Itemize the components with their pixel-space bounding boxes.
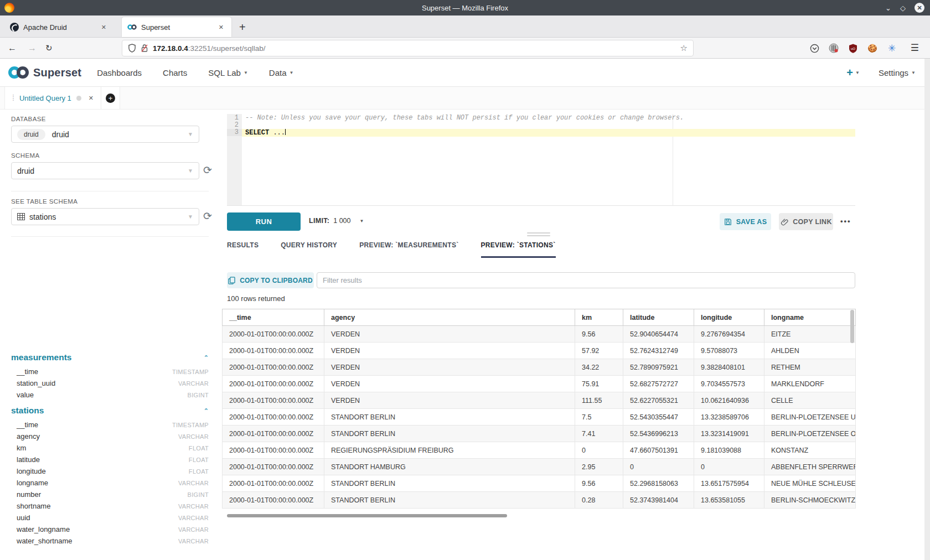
table-cell: 9.2767694354 bbox=[694, 326, 764, 343]
table-cell: VERDEN bbox=[324, 392, 575, 409]
brand-title: Superset bbox=[33, 66, 81, 79]
refresh-schema-icon[interactable]: ⟳ bbox=[203, 164, 212, 177]
column-header[interactable]: latitude bbox=[623, 309, 694, 326]
table-row[interactable]: 2000-01-01T00:00:00.000ZSTANDORT BERLIN0… bbox=[223, 492, 856, 509]
superset-favicon bbox=[127, 24, 137, 30]
insecure-lock-icon[interactable] bbox=[141, 44, 148, 53]
editor-toolbar: RUN LIMIT: 1 000 ▼ SAVE AS COPY LINK ••• bbox=[221, 210, 855, 232]
table-row[interactable]: 2000-01-01T00:00:00.000ZVERDEN34.2252.78… bbox=[223, 359, 856, 376]
window-maximize-icon[interactable]: ◇ bbox=[900, 4, 906, 12]
table-cell: AHLDEN bbox=[764, 343, 856, 359]
collapse-chevron-icon[interactable]: ⌃ bbox=[204, 354, 209, 361]
shield-icon[interactable] bbox=[128, 44, 136, 53]
refresh-table-icon[interactable]: ⟳ bbox=[203, 210, 212, 222]
chevron-down-icon: ▼ bbox=[360, 219, 364, 224]
save-as-button[interactable]: SAVE AS bbox=[720, 213, 771, 230]
cookie-extension-icon[interactable]: 🍪 bbox=[867, 43, 877, 53]
database-select[interactable]: druid druid ▼ bbox=[11, 126, 199, 143]
schema-select[interactable]: druid ▼ bbox=[11, 162, 199, 179]
table-row[interactable]: 2000-01-01T00:00:00.000ZSTANDORT BERLIN7… bbox=[223, 426, 856, 442]
new-tab-icon[interactable]: + bbox=[239, 21, 246, 34]
results-tab-preview-measurements[interactable]: PREVIEW: `MEASUREMENTS` bbox=[359, 241, 458, 258]
results-tab-results[interactable]: RESULTS bbox=[227, 241, 259, 258]
results-tab-preview-stations[interactable]: PREVIEW: `STATIONS` bbox=[481, 241, 556, 258]
more-options-icon[interactable]: ••• bbox=[840, 217, 851, 225]
table-cell: ABBENFLETH SPERRWERK bbox=[764, 459, 856, 475]
table-row[interactable]: 2000-01-01T00:00:00.000ZSTANDORT HAMBURG… bbox=[223, 459, 856, 475]
run-button[interactable]: RUN bbox=[227, 212, 301, 231]
column-type: FLOAT bbox=[189, 457, 209, 463]
schema-table-header[interactable]: measurements⌃ bbox=[0, 348, 220, 366]
window-minimize-icon[interactable]: ⌄ bbox=[885, 4, 891, 12]
column-header[interactable]: agency bbox=[324, 309, 575, 326]
table-cell: 0 bbox=[623, 459, 694, 475]
column-type: VARCHAR bbox=[178, 515, 209, 521]
ublock-extension-icon[interactable]: uO bbox=[848, 43, 858, 53]
schema-table-header[interactable]: stations⌃ bbox=[0, 401, 220, 419]
table-cell: 52.5436996213 bbox=[623, 426, 694, 442]
browser-tab-superset[interactable]: Superset ✕ bbox=[122, 17, 231, 37]
window-close-icon[interactable]: ✕ bbox=[914, 3, 924, 13]
table-cell: 52.2968158063 bbox=[623, 475, 694, 492]
table-cell: 57.92 bbox=[575, 343, 623, 359]
browser-tab-apache-druid[interactable]: Apache Druid ✕ bbox=[4, 17, 114, 37]
menu-icon[interactable]: ☰ bbox=[911, 42, 919, 54]
table-horizontal-scrollbar[interactable] bbox=[227, 514, 507, 517]
limit-value: 1 000 bbox=[333, 217, 350, 225]
copy-link-button[interactable]: COPY LINK bbox=[779, 213, 833, 230]
reload-icon[interactable]: ↻ bbox=[45, 43, 53, 53]
column-type: TIMESTAMP bbox=[172, 422, 209, 428]
table-row[interactable]: 2000-01-01T00:00:00.000ZREGIERUNGSPRÄSID… bbox=[223, 442, 856, 459]
tab-close-icon[interactable]: ✕ bbox=[99, 23, 108, 32]
table-schema-label: SEE TABLE SCHEMA bbox=[11, 198, 78, 205]
new-object-button[interactable]: +▼ bbox=[846, 66, 860, 79]
table-cell: 52.6227055321 bbox=[623, 392, 694, 409]
column-header[interactable]: longitude bbox=[694, 309, 764, 326]
sql-editor[interactable]: 1-- Note: Unless you save your query, th… bbox=[227, 114, 855, 206]
copy-to-clipboard-button[interactable]: COPY TO CLIPBOARD bbox=[227, 272, 314, 288]
pocket-extension-icon[interactable] bbox=[809, 43, 819, 53]
table-row[interactable]: 2000-01-01T00:00:00.000ZSTANDORT BERLIN7… bbox=[223, 409, 856, 426]
table-row[interactable]: 2000-01-01T00:00:00.000ZVERDEN57.9252.76… bbox=[223, 343, 856, 359]
table-cell: STANDORT HAMBURG bbox=[324, 459, 575, 475]
table-select[interactable]: stations ▼ bbox=[11, 208, 199, 225]
nav-item-charts[interactable]: Charts bbox=[163, 68, 187, 77]
query-tab-untitled[interactable]: ⁞ Untitled Query 1 ✕ bbox=[4, 87, 101, 109]
forward-icon[interactable]: → bbox=[28, 43, 37, 53]
column-header[interactable]: longname bbox=[764, 309, 856, 326]
table-row[interactable]: 2000-01-01T00:00:00.000ZVERDEN111.5552.6… bbox=[223, 392, 856, 409]
results-tab-query-history[interactable]: QUERY HISTORY bbox=[281, 241, 337, 258]
tab-close-icon[interactable]: ✕ bbox=[216, 23, 226, 32]
schema-column-row: longitudeFLOAT bbox=[0, 465, 220, 477]
filter-results-input[interactable] bbox=[317, 272, 855, 288]
nav-item-dashboards[interactable]: Dashboards bbox=[97, 68, 142, 77]
column-type: VARCHAR bbox=[178, 480, 209, 486]
column-name: longitude bbox=[17, 467, 46, 475]
table-vertical-scrollbar[interactable] bbox=[850, 310, 854, 343]
new-query-tab-button[interactable]: + bbox=[101, 87, 120, 109]
settings-menu[interactable]: Settings▼ bbox=[879, 68, 916, 77]
container-extension-icon[interactable] bbox=[829, 43, 839, 53]
nav-item-data[interactable]: Data▼ bbox=[269, 68, 294, 77]
column-header[interactable]: km bbox=[575, 309, 623, 326]
back-icon[interactable]: ← bbox=[8, 43, 17, 53]
page-scrollbar[interactable] bbox=[924, 59, 930, 560]
nav-item-sql-lab[interactable]: SQL Lab▼ bbox=[208, 68, 248, 77]
table-cell: 52.9040654474 bbox=[623, 326, 694, 343]
query-tab-close-icon[interactable]: ✕ bbox=[89, 95, 94, 102]
superset-brand[interactable]: Superset bbox=[8, 66, 81, 79]
sparkle-extension-icon[interactable]: ✳ bbox=[887, 43, 897, 53]
table-cell: 7.41 bbox=[575, 426, 623, 442]
url-input[interactable]: 172.18.0.4 :32251/superset/sqllab/ ☆ bbox=[122, 40, 694, 56]
bookmark-star-icon[interactable]: ☆ bbox=[680, 43, 688, 53]
column-header[interactable]: __time bbox=[223, 309, 324, 326]
pane-resize-handle[interactable] bbox=[527, 232, 550, 238]
table-row[interactable]: 2000-01-01T00:00:00.000ZSTANDORT BERLIN9… bbox=[223, 475, 856, 492]
limit-control[interactable]: LIMIT: 1 000 ▼ bbox=[309, 217, 364, 225]
table-cell: 52.7890975921 bbox=[623, 359, 694, 376]
table-row[interactable]: 2000-01-01T00:00:00.000ZVERDEN9.5652.904… bbox=[223, 326, 856, 343]
table-row[interactable]: 2000-01-01T00:00:00.000ZVERDEN75.9152.68… bbox=[223, 376, 856, 392]
collapse-chevron-icon[interactable]: ⌃ bbox=[204, 407, 209, 414]
drag-handle-icon[interactable]: ⁞ bbox=[12, 94, 14, 102]
table-cell: BERLIN-PLOETZENSEE OP bbox=[764, 426, 856, 442]
